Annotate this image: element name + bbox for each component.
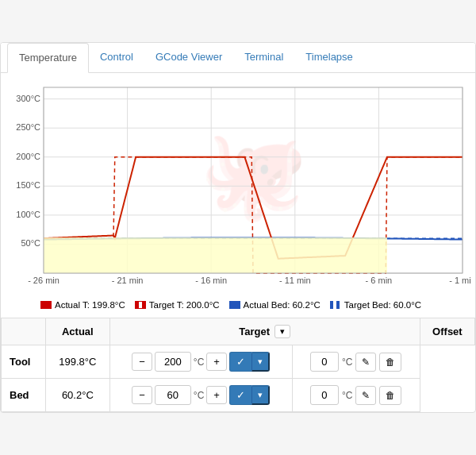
target-label: Target: [239, 326, 270, 337]
tool-actual: 199.8°C: [46, 345, 109, 379]
tool-target-plus-btn[interactable]: +: [206, 353, 227, 371]
tab-terminal[interactable]: Terminal: [233, 43, 294, 73]
tab-gcode-viewer[interactable]: GCode Viewer: [144, 43, 233, 73]
bed-name: Bed: [2, 379, 46, 412]
tool-target-minus-btn[interactable]: −: [132, 353, 152, 371]
legend-swatch-actual-tool: [40, 301, 52, 309]
tool-target-unit: °C: [194, 357, 204, 368]
table-header-row: Actual Target ▾ Offset: [2, 318, 475, 345]
tool-target-group: − °C + ✓ ▾: [118, 352, 284, 372]
tool-confirm-btn[interactable]: ✓: [229, 352, 251, 372]
tool-target-input[interactable]: [155, 352, 191, 372]
bed-offset-unit: °C: [342, 390, 352, 401]
tool-offset-unit: °C: [342, 357, 352, 368]
tool-offset-input[interactable]: [310, 352, 339, 372]
bed-confirm-btn[interactable]: ✓: [229, 385, 251, 405]
tool-offset-delete-btn[interactable]: 🗑: [379, 353, 401, 372]
legend-label-actual-bed: Actual Bed: 60.2°C: [244, 300, 321, 310]
tab-timelapse[interactable]: Timelapse: [294, 43, 363, 73]
main-panel: Temperature Control GCode Viewer Termina…: [0, 42, 476, 413]
col-header-actual: Actual: [46, 318, 109, 345]
chart-legend: Actual T: 199.8°C Target T: 200.0°C Actu…: [1, 297, 475, 314]
tool-confirm-split-btn: ✓ ▾: [229, 352, 270, 372]
col-header-name: [2, 318, 46, 345]
legend-label-target-bed: Target Bed: 60.0°C: [344, 300, 421, 310]
bed-offset-input[interactable]: [310, 385, 339, 405]
legend-actual-bed: Actual Bed: 60.2°C: [229, 300, 321, 310]
tab-control[interactable]: Control: [89, 43, 144, 73]
bed-confirm-caret-btn[interactable]: ▾: [251, 385, 270, 405]
tab-bar: Temperature Control GCode Viewer Termina…: [1, 43, 475, 73]
target-dropdown-btn[interactable]: ▾: [274, 325, 290, 338]
tab-temperature[interactable]: Temperature: [7, 43, 89, 73]
legend-swatch-target-bed: [330, 301, 341, 309]
col-header-offset: Offset: [420, 318, 474, 345]
temperature-table: Actual Target ▾ Offset Tool 199.8°C −: [1, 318, 475, 412]
bed-confirm-split-btn: ✓ ▾: [229, 385, 270, 405]
legend-actual-tool: Actual T: 199.8°C: [40, 300, 125, 310]
tool-offset-edit-btn[interactable]: ✎: [355, 353, 376, 372]
tool-name: Tool: [2, 345, 46, 379]
legend-label-actual-tool: Actual T: 199.8°C: [55, 300, 125, 310]
bed-target-cell: − °C + ✓ ▾: [109, 379, 292, 412]
bed-offset-edit-btn[interactable]: ✎: [355, 386, 376, 405]
temperature-chart: [7, 79, 470, 294]
col-header-target: Target ▾: [109, 318, 420, 345]
table-row-tool: Tool 199.8°C − °C + ✓ ▾: [2, 345, 475, 379]
bed-target-unit: °C: [194, 390, 204, 401]
legend-swatch-target-tool: [135, 301, 146, 309]
tool-confirm-caret-btn[interactable]: ▾: [251, 352, 270, 372]
bed-offset-group: °C ✎ 🗑: [301, 385, 412, 405]
table-row-bed: Bed 60.2°C − °C + ✓ ▾: [2, 379, 475, 412]
legend-label-target-tool: Target T: 200.0°C: [149, 300, 220, 310]
bed-offset-delete-btn[interactable]: 🗑: [379, 386, 401, 405]
tool-offset-cell: °C ✎ 🗑: [292, 345, 420, 379]
legend-target-bed: Target Bed: 60.0°C: [330, 300, 421, 310]
legend-swatch-actual-bed: [229, 301, 240, 309]
bed-target-minus-btn[interactable]: −: [132, 386, 152, 404]
bed-offset-cell: °C ✎ 🗑: [292, 379, 420, 412]
bed-actual: 60.2°C: [46, 379, 109, 412]
bed-target-group: − °C + ✓ ▾: [118, 385, 284, 405]
legend-target-tool: Target T: 200.0°C: [135, 300, 220, 310]
chart-container: [1, 73, 475, 297]
bed-target-input[interactable]: [155, 385, 191, 405]
bed-target-plus-btn[interactable]: +: [206, 386, 227, 404]
tool-offset-group: °C ✎ 🗑: [301, 352, 412, 372]
tool-target-cell: − °C + ✓ ▾: [109, 345, 292, 379]
